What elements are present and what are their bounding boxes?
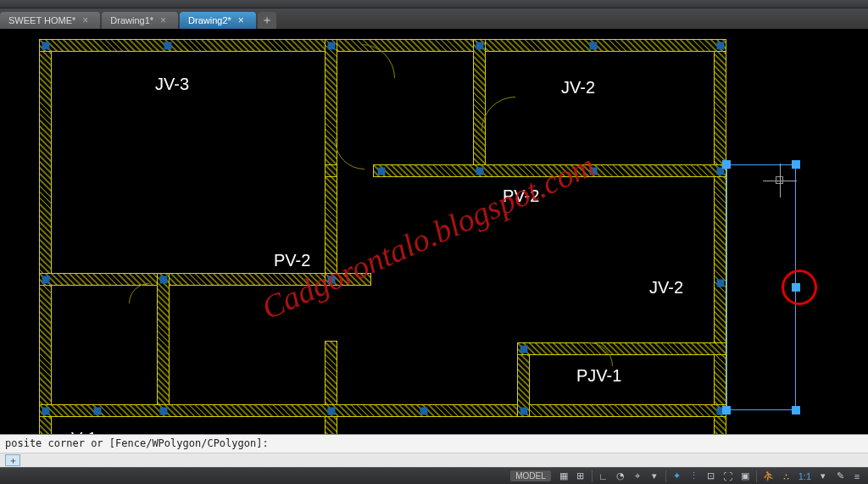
customize-icon[interactable]: ≡	[849, 470, 865, 483]
tab-label: SWEET HOME*	[8, 15, 75, 25]
tab-label: Drawing2*	[188, 15, 231, 25]
wall	[157, 273, 170, 409]
osnap-dropdown-icon[interactable]: ▾	[647, 470, 662, 483]
ortho-icon[interactable]: ∟	[596, 470, 611, 483]
file-tab-bar: SWEET HOME* × Drawing1* × Drawing2* × ＋	[0, 8, 868, 29]
grip-handle[interactable]	[590, 42, 598, 50]
grip-handle[interactable]	[42, 42, 50, 50]
grip-handle[interactable]	[164, 42, 172, 50]
room-label: JV-3	[155, 75, 189, 94]
separator	[665, 470, 666, 482]
person-icon[interactable]: ⛹	[760, 470, 777, 483]
close-icon[interactable]: ×	[160, 14, 166, 26]
grip-handle[interactable]	[160, 276, 168, 284]
grip-handle[interactable]	[328, 276, 336, 284]
scale-dropdown-icon[interactable]: ▾	[815, 470, 831, 483]
room-label: PV-2	[503, 186, 539, 206]
wall	[325, 341, 337, 434]
anno-scale-icon[interactable]: ✦	[670, 470, 685, 483]
modelspace-button[interactable]: MODEL	[510, 470, 551, 481]
grid-icon[interactable]: ▦	[556, 470, 571, 483]
selection-grip[interactable]	[722, 160, 731, 169]
file-tab-sweet-home[interactable]: SWEET HOME* ×	[0, 12, 100, 29]
snap-icon[interactable]: ⊞	[573, 470, 588, 483]
osnap-icon[interactable]: ⌖	[630, 470, 645, 483]
room-label: V-1	[71, 429, 97, 434]
layout-tab-bar: ＋	[0, 453, 868, 467]
wall	[373, 164, 726, 177]
room-label: PV-2	[274, 251, 310, 270]
wall	[714, 39, 726, 434]
tab-label: Drawing1*	[110, 15, 153, 25]
workspace-icon[interactable]: ⊡	[704, 470, 719, 483]
status-bar: MODEL ▦ ⊞ ∟ ◔ ⌖ ▾ ✦ ⋮ ⊡ ⛶ ▣ ⛹ ⛬ 1:1 ▾ ✎ …	[0, 467, 868, 484]
wrench-icon[interactable]: ✎	[832, 470, 848, 483]
hw-accel-icon[interactable]: ⛶	[721, 470, 736, 483]
separator	[756, 470, 757, 482]
wall	[473, 39, 486, 176]
highlight-circle	[782, 270, 817, 305]
door-arc	[481, 97, 549, 164]
add-layout-button[interactable]: ＋	[5, 454, 20, 466]
close-icon[interactable]: ×	[82, 14, 88, 26]
room-label: JV-2	[649, 278, 683, 298]
room-label: PJV-1	[576, 366, 621, 386]
room-label: JV-2	[561, 78, 595, 97]
anno-vis-icon[interactable]: ⋮	[687, 470, 702, 483]
grip-handle[interactable]	[378, 168, 386, 175]
selection-grip[interactable]	[792, 406, 800, 414]
grip-handle[interactable]	[520, 408, 528, 415]
selection-grip[interactable]	[792, 160, 800, 169]
people-icon[interactable]: ⛬	[779, 470, 794, 483]
scale-label[interactable]: 1:1	[796, 470, 814, 483]
door-arc	[327, 44, 395, 112]
grip-handle[interactable]	[520, 346, 528, 353]
selection-grip[interactable]	[722, 406, 731, 414]
monitor-icon[interactable]: ▣	[737, 470, 753, 483]
wall	[39, 273, 337, 286]
grip-handle[interactable]	[328, 42, 336, 50]
grip-handle[interactable]	[42, 276, 50, 284]
wall	[39, 404, 726, 417]
grip-handle[interactable]	[476, 42, 484, 50]
grip-handle[interactable]	[420, 408, 428, 415]
command-prompt-text: posite corner or [Fence/WPolygon/CPolygo…	[5, 437, 269, 449]
separator	[592, 470, 593, 482]
grip-handle[interactable]	[717, 42, 725, 50]
wall	[325, 39, 337, 285]
ribbon-area	[0, 0, 868, 8]
close-icon[interactable]: ×	[238, 14, 244, 26]
grip-handle[interactable]	[160, 408, 168, 415]
grip-handle[interactable]	[42, 408, 50, 415]
new-tab-button[interactable]: ＋	[258, 12, 276, 29]
wall	[325, 164, 337, 177]
file-tab-drawing2[interactable]: Drawing2* ×	[180, 12, 256, 29]
grip-handle[interactable]	[717, 280, 725, 287]
grip-handle[interactable]	[328, 408, 336, 415]
grip-handle[interactable]	[476, 168, 484, 175]
command-line[interactable]: posite corner or [Fence/WPolygon/CPolygo…	[0, 434, 868, 453]
grip-handle[interactable]	[590, 168, 598, 175]
grip-handle[interactable]	[94, 408, 102, 415]
drawing-canvas[interactable]: JV-3 JV-2 PV-2 PV-2 JV-2 PJV-1 V-1 Cadgo…	[0, 29, 868, 434]
file-tab-drawing1[interactable]: Drawing1* ×	[102, 12, 178, 29]
wall	[39, 39, 52, 434]
door-arc	[335, 110, 394, 170]
wall	[517, 342, 726, 355]
polar-icon[interactable]: ◔	[613, 470, 628, 483]
wall	[39, 39, 726, 52]
